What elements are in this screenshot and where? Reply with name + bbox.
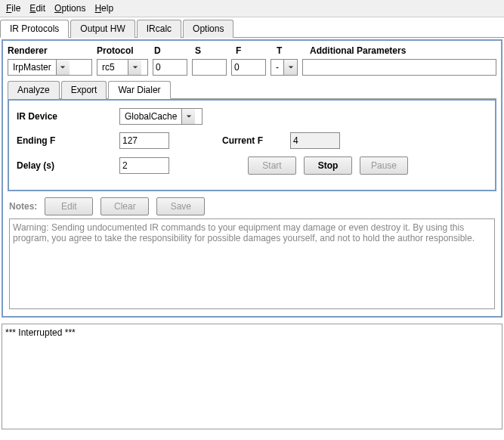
- protocol-value: rc5: [97, 60, 128, 75]
- header-additional: Additional Parameters: [310, 45, 406, 56]
- ending-f-label: Ending F: [17, 135, 112, 146]
- chevron-down-icon: [56, 60, 70, 75]
- t-value: -: [271, 60, 283, 75]
- tab-ircalc[interactable]: IRcalc: [137, 20, 181, 38]
- s-input[interactable]: [192, 59, 227, 76]
- tab-output-hw[interactable]: Output HW: [70, 20, 135, 38]
- tab-war-dialer[interactable]: War Dialer: [108, 81, 170, 99]
- delay-input[interactable]: [119, 157, 169, 174]
- menu-file[interactable]: File: [6, 3, 20, 14]
- delay-label: Delay (s): [17, 160, 112, 171]
- chevron-down-icon: [181, 109, 195, 124]
- notes-save-button[interactable]: Save: [156, 197, 205, 215]
- protocol-combo[interactable]: rc5: [97, 59, 148, 76]
- menubar: File Edit Options Help: [0, 0, 504, 17]
- menu-edit[interactable]: Edit: [29, 3, 45, 14]
- log-textarea: *** Interrupted ***: [2, 324, 502, 429]
- menu-help[interactable]: Help: [94, 3, 113, 14]
- main-tabs: IR Protocols Output HW IRcalc Options: [0, 19, 504, 38]
- header-t: T: [277, 45, 305, 56]
- additional-input[interactable]: [302, 59, 496, 76]
- stop-button[interactable]: Stop: [304, 156, 352, 175]
- header-renderer: Renderer: [8, 45, 92, 56]
- column-headers: Renderer Protocol D S F T Additional Par…: [8, 45, 496, 56]
- notes-edit-button[interactable]: Edit: [45, 197, 93, 215]
- current-f-input: [290, 132, 340, 149]
- pause-button[interactable]: Pause: [360, 156, 408, 175]
- tab-ir-protocols[interactable]: IR Protocols: [0, 20, 69, 38]
- input-row: IrpMaster rc5 -: [8, 59, 496, 76]
- sub-tabs: Analyze Export War Dialer: [8, 80, 496, 99]
- notes-clear-button[interactable]: Clear: [100, 197, 149, 215]
- start-button[interactable]: Start: [248, 156, 296, 175]
- ir-device-value: GlobalCache: [120, 109, 181, 124]
- header-d: D: [154, 45, 190, 56]
- header-f: F: [236, 45, 272, 56]
- menu-options[interactable]: Options: [54, 3, 85, 14]
- war-dialer-panel: IR Device GlobalCache Ending F Current F…: [8, 99, 496, 191]
- current-f-label: Current F: [222, 135, 283, 146]
- renderer-combo[interactable]: IrpMaster: [8, 59, 92, 76]
- header-s: S: [195, 45, 231, 56]
- ending-f-input[interactable]: [119, 132, 169, 149]
- chevron-down-icon: [283, 60, 297, 75]
- notes-label: Notes:: [9, 201, 37, 212]
- f-input[interactable]: [231, 59, 266, 76]
- tab-options[interactable]: Options: [183, 20, 233, 38]
- ir-device-combo[interactable]: GlobalCache: [119, 108, 203, 125]
- renderer-value: IrpMaster: [8, 60, 56, 75]
- d-input[interactable]: [153, 59, 187, 76]
- ir-protocols-panel: Renderer Protocol D S F T Additional Par…: [2, 39, 502, 318]
- tab-export[interactable]: Export: [61, 81, 107, 99]
- chevron-down-icon: [128, 60, 141, 75]
- notes-toolbar: Notes: Edit Clear Save: [9, 197, 495, 215]
- notes-textarea: Warning: Sending undocumented IR command…: [9, 218, 495, 309]
- ir-device-label: IR Device: [17, 111, 112, 122]
- header-protocol: Protocol: [97, 45, 150, 56]
- tab-analyze[interactable]: Analyze: [8, 81, 60, 99]
- t-combo[interactable]: -: [271, 59, 298, 76]
